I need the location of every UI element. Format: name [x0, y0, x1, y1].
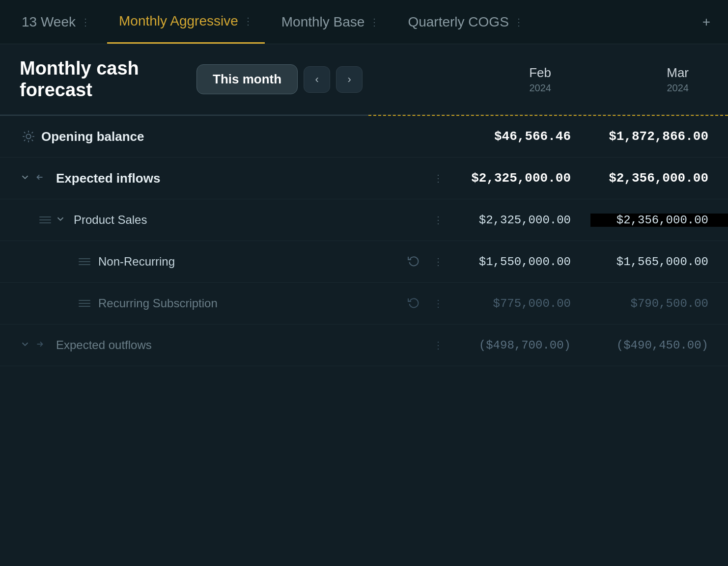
- expected-inflows-mar: $2,356,000.00: [590, 171, 728, 186]
- non-recurring-refresh[interactable]: [404, 255, 423, 269]
- product-sales-mar: $2,356,000.00: [590, 214, 728, 227]
- prev-period-button[interactable]: ‹: [304, 66, 330, 93]
- product-sales-feb: $2,325,000.00: [453, 214, 590, 227]
- recurring-menu[interactable]: ⋮: [423, 297, 453, 309]
- svg-point-0: [26, 135, 30, 139]
- this-month-button[interactable]: This month: [196, 64, 298, 94]
- recurring-refresh[interactable]: [404, 296, 423, 311]
- non-recurring-cells: $1,550,000.00 $1,565,000.00: [453, 255, 728, 269]
- product-sales-label: Product Sales: [70, 213, 423, 227]
- header-row: Monthly cash forecast This month ‹ › Feb…: [0, 44, 728, 115]
- expected-outflows-row: Expected outflows ⋮ ($498,700.00) ($490,…: [0, 324, 728, 366]
- product-sales-menu[interactable]: ⋮: [423, 214, 453, 226]
- col-header-feb: Feb 2024: [433, 65, 571, 94]
- expected-outflows-menu[interactable]: ⋮: [423, 339, 453, 351]
- sun-icon: [20, 128, 37, 145]
- expected-outflows-label: Expected outflows: [52, 338, 423, 352]
- outflows-chevron[interactable]: [20, 339, 34, 352]
- opening-balance-row: Opening balance $46,566.46 $1,872,866.00: [0, 116, 728, 158]
- tab-quarterly-cogs[interactable]: Quarterly COGS ⋮: [396, 0, 535, 44]
- tab-13week-label: 13 Week: [22, 14, 76, 30]
- recurring-mar: $790,500.00: [590, 297, 728, 310]
- outflows-arrow-icon[interactable]: [34, 339, 49, 352]
- tab-bar: 13 Week ⋮ Monthly Aggressive ⋮ Monthly B…: [0, 0, 728, 44]
- non-recurring-menu[interactable]: ⋮: [423, 256, 453, 268]
- opening-balance-mar: $1,872,866.00: [590, 129, 728, 144]
- tab-13week[interactable]: 13 Week ⋮: [10, 0, 102, 44]
- expected-outflows-cells: ($498,700.00) ($490,450.00): [453, 339, 728, 352]
- expected-inflows-feb: $2,325,000.00: [453, 171, 590, 186]
- product-sales-chevron[interactable]: [55, 214, 70, 227]
- opening-balance-feb: $46,566.46: [453, 129, 590, 144]
- inflows-collapse-icon[interactable]: [34, 172, 49, 185]
- svg-line-7: [24, 140, 25, 141]
- expected-inflows-row: Expected inflows ⋮ $2,325,000.00 $2,356,…: [0, 158, 728, 199]
- data-section: Opening balance $46,566.46 $1,872,866.00…: [0, 116, 728, 566]
- add-tab-button[interactable]: +: [695, 0, 718, 44]
- recurring-subscription-row: Recurring Subscription ⋮ $775,000.00 $79…: [0, 283, 728, 324]
- expected-inflows-label: Expected inflows: [52, 171, 423, 186]
- tab-quarterly-cogs-label: Quarterly COGS: [408, 14, 508, 30]
- expected-inflows-menu[interactable]: ⋮: [423, 172, 453, 184]
- page-title: Monthly cash forecast: [20, 58, 177, 101]
- recurring-cells: $775,000.00 $790,500.00: [453, 297, 728, 310]
- next-period-button[interactable]: ›: [336, 66, 363, 93]
- product-sales-drag-handle[interactable]: [39, 216, 51, 223]
- non-recurring-mar: $1,565,000.00: [590, 255, 728, 269]
- header-controls: This month ‹ ›: [196, 64, 363, 94]
- expected-outflows-mar: ($490,450.00): [590, 339, 728, 352]
- product-sales-cells: $2,325,000.00 $2,356,000.00: [453, 214, 728, 227]
- tab-monthly-aggressive-label: Monthly Aggressive: [119, 13, 238, 29]
- tab-monthly-base-menu[interactable]: ⋮: [369, 16, 379, 28]
- svg-line-6: [32, 140, 33, 141]
- tab-monthly-aggressive[interactable]: Monthly Aggressive ⋮: [107, 0, 265, 44]
- expected-inflows-cells: $2,325,000.00 $2,356,000.00: [453, 171, 728, 186]
- svg-line-8: [32, 132, 33, 133]
- svg-line-5: [24, 132, 25, 133]
- tab-monthly-aggressive-menu[interactable]: ⋮: [243, 15, 253, 27]
- tab-monthly-base[interactable]: Monthly Base ⋮: [270, 0, 392, 44]
- non-recurring-label: Non-Recurring: [94, 255, 404, 269]
- expected-outflows-feb: ($498,700.00): [453, 339, 590, 352]
- tab-monthly-base-label: Monthly Base: [281, 14, 365, 30]
- opening-balance-label: Opening balance: [37, 129, 453, 144]
- non-recurring-feb: $1,550,000.00: [453, 255, 590, 269]
- recurring-subscription-label: Recurring Subscription: [94, 296, 404, 310]
- main-content: Monthly cash forecast This month ‹ › Feb…: [0, 44, 728, 566]
- recurring-feb: $775,000.00: [453, 297, 590, 310]
- product-sales-row: Product Sales ⋮ $2,325,000.00 $2,356,000…: [0, 199, 728, 241]
- inflows-chevron[interactable]: [20, 172, 34, 185]
- non-recurring-drag-handle[interactable]: [79, 258, 90, 265]
- tab-13week-menu[interactable]: ⋮: [81, 16, 90, 28]
- column-headers: Feb 2024 Mar 2024: [433, 65, 708, 94]
- col-header-mar: Mar 2024: [571, 65, 708, 94]
- tab-quarterly-cogs-menu[interactable]: ⋮: [514, 16, 524, 28]
- non-recurring-row: Non-Recurring ⋮ $1,550,000.00 $1,565,000…: [0, 241, 728, 283]
- recurring-drag-handle[interactable]: [79, 300, 90, 307]
- opening-balance-cells: $46,566.46 $1,872,866.00: [453, 129, 728, 144]
